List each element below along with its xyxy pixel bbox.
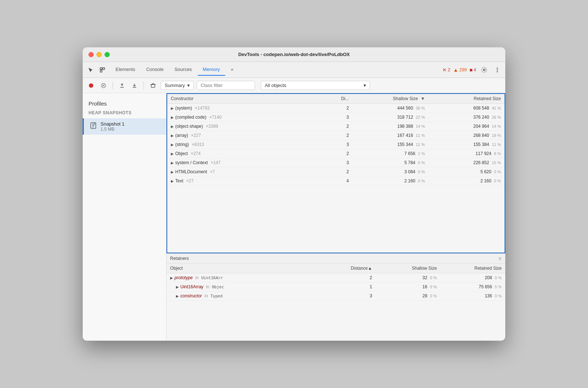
data-panel: Constructor Di... Shallow Size ▼ Retaine…: [166, 93, 505, 341]
summary-dropdown[interactable]: Summary ▾: [161, 81, 194, 90]
constructor-cell: ▶ Text ×27: [167, 177, 329, 186]
summary-chevron-icon: ▾: [187, 83, 190, 88]
all-objects-label: All objects: [265, 83, 286, 88]
download-button[interactable]: [130, 81, 139, 90]
expand-arrow-icon[interactable]: ▶: [171, 124, 174, 128]
upper-table-container: Constructor Di... Shallow Size ▼ Retaine…: [166, 93, 505, 253]
table-row[interactable]: ▶ (string) ×6313 3 155 344 11 % 155 384 …: [167, 140, 505, 149]
sort-arrow-icon: ▼: [420, 96, 425, 101]
error-badge[interactable]: ✕ 2: [442, 67, 450, 73]
retained-size-cell: 204 964 14 %: [428, 122, 505, 131]
ret-col-object[interactable]: Object: [166, 264, 336, 273]
warning-icon: ▲: [453, 67, 458, 73]
table-row[interactable]: ▶ Uint16Array in Objec 1 16 0 % 75 656 5…: [166, 282, 505, 292]
expand-arrow-icon[interactable]: ▶: [171, 106, 174, 110]
table-row[interactable]: ▶ prototype in Uint16Arr 2 32 0 % 208 0 …: [166, 273, 505, 282]
constructor-name: system / Context: [175, 160, 208, 165]
tab-memory[interactable]: Memory: [198, 64, 225, 76]
svg-rect-0: [100, 68, 102, 70]
tab-bar: Elements Console Sources Memory » ✕ 2 ▲ …: [83, 62, 505, 78]
ret-col-retained[interactable]: Retained Size: [440, 264, 505, 273]
table-row[interactable]: ▶ constructor in Typed 3 28 0 % 136 0 %: [166, 292, 505, 301]
close-button[interactable]: [89, 52, 94, 57]
more-options-icon[interactable]: [492, 65, 502, 75]
count-label: ×14793: [195, 106, 209, 111]
settings-icon[interactable]: [479, 65, 489, 75]
info-badge[interactable]: ■ 4: [470, 67, 476, 73]
distance-cell: 3: [329, 158, 352, 167]
class-filter-input[interactable]: [197, 81, 255, 90]
expand-arrow-icon[interactable]: ▶: [171, 134, 174, 138]
expand-arrow-icon[interactable]: ▶: [171, 143, 174, 147]
col-retained-size[interactable]: Retained Size: [428, 94, 505, 104]
shallow-size-cell: 2 160 0 %: [353, 177, 429, 186]
shallow-size-cell: 167 416 11 %: [353, 131, 429, 140]
shallow-size-cell: 318 712 22 %: [353, 113, 429, 122]
inspect-icon[interactable]: [97, 65, 107, 75]
ret-col-distance[interactable]: Distance▲: [336, 264, 376, 273]
distance-cell: 2: [329, 149, 352, 158]
error-icon: ✕: [442, 67, 447, 73]
expand-arrow-icon[interactable]: ▶: [176, 285, 179, 289]
expand-arrow-icon[interactable]: ▶: [171, 170, 174, 174]
ret-distance-cell: 1: [336, 282, 376, 292]
table-row[interactable]: ▶ Object ×274 2 7 656 1 % 117 924 8 %: [167, 149, 505, 158]
table-row[interactable]: ▶ (array) ×227 2 167 416 11 % 268 840 18…: [167, 131, 505, 140]
constructor-name: (string): [175, 142, 189, 147]
distance-cell: 2: [329, 167, 352, 177]
warning-badge[interactable]: ▲ 299: [453, 67, 467, 73]
in-text: in: [206, 284, 209, 289]
count-label: ×27: [186, 178, 193, 183]
table-row[interactable]: ▶ HTMLDocument ×7 2 3 084 0 % 5 620 0 %: [167, 167, 505, 177]
expand-arrow-icon[interactable]: ▶: [176, 294, 179, 298]
col-distance[interactable]: Di...: [329, 94, 352, 104]
constructor-name: (object shape): [175, 124, 203, 129]
title-bar: DevTools - codepen.io/web-dot-dev/live/P…: [83, 47, 505, 62]
count-label: ×7: [210, 169, 215, 174]
ret-shallow-cell: 32 0 %: [376, 273, 440, 282]
expand-arrow-icon[interactable]: ▶: [171, 152, 174, 156]
retainers-scrollbar-icon: ☰: [498, 257, 502, 261]
table-row[interactable]: ▶ (object shape) ×3389 2 198 388 14 % 20…: [167, 122, 505, 131]
record-button[interactable]: [86, 81, 96, 90]
table-row[interactable]: ▶ (compiled code) ×7140 3 318 712 22 % 3…: [167, 113, 505, 122]
maximize-button[interactable]: [105, 52, 110, 57]
col-shallow-size[interactable]: Shallow Size ▼: [353, 94, 429, 104]
tabs: Elements Console Sources Memory »: [110, 64, 239, 76]
ret-retained-cell: 75 656 5 %: [440, 282, 505, 292]
expand-arrow-icon[interactable]: ▶: [171, 161, 174, 165]
col-constructor[interactable]: Constructor: [167, 94, 329, 104]
retainer-name: prototype: [175, 275, 193, 280]
count-label: ×6313: [192, 142, 204, 147]
tab-elements[interactable]: Elements: [110, 64, 140, 76]
tab-more[interactable]: »: [226, 64, 239, 76]
ret-col-shallow[interactable]: Shallow Size: [376, 264, 440, 273]
constructor-cell: ▶ (compiled code) ×7140: [167, 113, 329, 122]
expand-arrow-icon[interactable]: ▶: [171, 179, 174, 183]
tab-console[interactable]: Console: [141, 64, 169, 76]
snapshot-item[interactable]: Snapshot 1 1.5 MB: [83, 118, 166, 135]
stop-button[interactable]: [99, 81, 108, 90]
tab-sources[interactable]: Sources: [169, 64, 197, 76]
ret-retained-cell: 208 0 %: [440, 273, 505, 282]
table-row[interactable]: ▶ Text ×27 4 2 160 0 % 2 160 0 %: [167, 177, 505, 186]
expand-arrow-icon[interactable]: ▶: [170, 276, 173, 280]
snapshot-icon: [90, 122, 97, 131]
all-objects-dropdown[interactable]: All objects ▾: [261, 81, 370, 90]
upload-button[interactable]: [117, 81, 127, 90]
expand-arrow-icon[interactable]: ▶: [171, 115, 174, 119]
clear-button[interactable]: [148, 81, 158, 90]
svg-rect-1: [103, 68, 105, 70]
retainer-object-cell: ▶ constructor in Typed: [166, 292, 336, 301]
retained-size-cell: 376 240 26 %: [428, 113, 505, 122]
retainer-name: constructor: [180, 293, 202, 298]
table-row[interactable]: ▶ system / Context ×147 3 5 784 0 % 226 …: [167, 158, 505, 167]
cursor-icon[interactable]: [86, 65, 96, 75]
shallow-size-cell: 7 656 1 %: [353, 149, 429, 158]
constructor-name: (array): [175, 133, 188, 138]
retained-size-cell: 117 924 8 %: [428, 149, 505, 158]
svg-rect-11: [151, 84, 155, 87]
table-row[interactable]: ▶ (system) ×14793 2 444 560 30 % 608 548…: [167, 104, 505, 113]
constructor-cell: ▶ system / Context ×147: [167, 158, 329, 167]
minimize-button[interactable]: [97, 52, 102, 57]
